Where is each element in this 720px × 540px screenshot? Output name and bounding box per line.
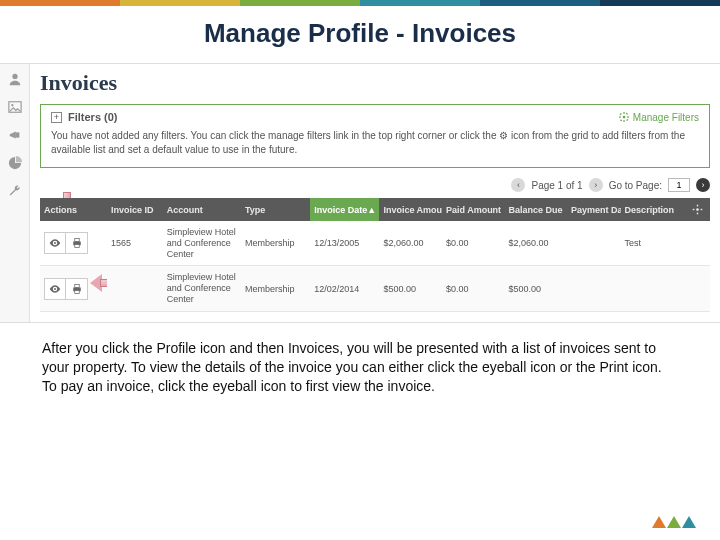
cell-type: Membership [241, 266, 310, 311]
svg-rect-14 [696, 205, 697, 207]
svg-rect-21 [74, 245, 79, 248]
cell-invoice-amount: $500.00 [379, 266, 442, 311]
goto-page-label: Go to Page: [609, 180, 662, 191]
next-page-button[interactable]: › [589, 178, 603, 192]
invoices-grid: Actions Invoice ID Account Type Invoice … [40, 198, 710, 312]
svg-rect-7 [619, 116, 621, 117]
cell-invoice-amount: $2,060.00 [379, 221, 442, 266]
image-icon[interactable] [8, 100, 22, 114]
cell-empty [688, 221, 710, 266]
svg-rect-15 [696, 213, 697, 215]
cell-account: Simpleview Hotel and Conference Center [163, 266, 241, 311]
svg-rect-12 [620, 119, 622, 121]
col-invoice-amount[interactable]: Invoice Amount [379, 198, 442, 221]
svg-rect-9 [619, 113, 621, 115]
page-title: Invoices [40, 70, 710, 96]
cell-empty [688, 266, 710, 311]
print-icon [71, 283, 83, 295]
col-account[interactable]: Account [163, 198, 241, 221]
brand-topbar [0, 0, 720, 6]
grid-header-row: Actions Invoice ID Account Type Invoice … [40, 198, 710, 221]
cell-balance-due: $500.00 [504, 266, 567, 311]
svg-rect-5 [623, 112, 624, 114]
main-panel: Invoices + Filters (0) Manage Filters Yo… [30, 64, 720, 322]
print-invoice-button[interactable] [66, 232, 88, 254]
cell-description [621, 266, 688, 311]
cell-invoice-id [107, 266, 163, 311]
gear-icon [692, 204, 703, 215]
svg-point-22 [54, 288, 56, 290]
svg-rect-3 [15, 132, 19, 137]
cell-invoice-date: 12/13/2005 [310, 221, 379, 266]
cell-invoice-date: 12/02/2014 [310, 266, 379, 311]
megaphone-icon[interactable] [8, 128, 22, 142]
svg-point-18 [54, 242, 56, 244]
wrench-icon[interactable] [8, 184, 22, 198]
col-payment-date[interactable]: Payment Date [567, 198, 621, 221]
cell-paid-amount: $0.00 [442, 266, 505, 311]
cell-payment-date [567, 221, 621, 266]
table-row: Simpleview Hotel and Conference CenterMe… [40, 266, 710, 311]
svg-rect-17 [700, 209, 702, 210]
eye-icon [49, 237, 61, 249]
col-balance-due[interactable]: Balance Due [504, 198, 567, 221]
col-paid-amount[interactable]: Paid Amount [442, 198, 505, 221]
svg-rect-8 [627, 116, 629, 117]
col-invoice-id[interactable]: Invoice ID [107, 198, 163, 221]
sort-asc-icon: ▲ [367, 205, 376, 215]
filters-empty-message: You have not added any filters. You can … [51, 129, 699, 157]
eye-icon [49, 283, 61, 295]
svg-rect-6 [623, 120, 624, 122]
page-info: Page 1 of 1 [531, 180, 582, 191]
view-invoice-button[interactable] [44, 232, 66, 254]
cell-balance-due: $2,060.00 [504, 221, 567, 266]
explanatory-paragraph: After you click the Profile icon and the… [0, 323, 720, 396]
svg-point-4 [622, 116, 625, 119]
table-row: 1565Simpleview Hotel and Conference Cent… [40, 221, 710, 266]
cell-invoice-id: 1565 [107, 221, 163, 266]
goto-page-button[interactable]: › [696, 178, 710, 192]
chart-pie-icon[interactable] [8, 156, 22, 170]
grid-settings-button[interactable] [688, 198, 710, 221]
expand-filters-icon[interactable]: + [51, 112, 62, 123]
cell-payment-date [567, 266, 621, 311]
manage-filters-link[interactable]: Manage Filters [619, 112, 699, 123]
goto-page-input[interactable] [668, 178, 690, 192]
svg-rect-20 [74, 239, 79, 242]
filters-panel: + Filters (0) Manage Filters You have no… [40, 104, 710, 168]
svg-point-13 [696, 208, 699, 211]
slide-title: Manage Profile - Invoices [0, 6, 720, 63]
view-invoice-button[interactable] [44, 278, 66, 300]
col-type[interactable]: Type [241, 198, 310, 221]
svg-rect-25 [74, 290, 79, 293]
svg-rect-24 [74, 284, 79, 287]
svg-point-0 [12, 74, 17, 79]
cell-type: Membership [241, 221, 310, 266]
gear-icon [619, 112, 629, 122]
svg-point-2 [11, 104, 13, 106]
svg-rect-11 [626, 113, 628, 115]
cell-description: Test [621, 221, 688, 266]
svg-rect-16 [692, 209, 694, 210]
col-invoice-date[interactable]: Invoice Date▲ [310, 198, 379, 221]
brand-logo [652, 516, 696, 528]
print-invoice-button[interactable] [66, 278, 88, 300]
col-description[interactable]: Description [621, 198, 688, 221]
cell-account: Simpleview Hotel and Conference Center [163, 221, 241, 266]
print-icon [71, 237, 83, 249]
manage-filters-label: Manage Filters [633, 112, 699, 123]
left-nav-sidebar [0, 64, 30, 322]
cell-paid-amount: $0.00 [442, 221, 505, 266]
col-actions[interactable]: Actions [40, 198, 107, 221]
user-icon[interactable] [8, 72, 22, 86]
prev-page-button[interactable]: ‹ [511, 178, 525, 192]
filters-label: Filters (0) [68, 111, 118, 123]
app-frame: Invoices + Filters (0) Manage Filters Yo… [0, 63, 720, 323]
svg-rect-10 [626, 119, 628, 121]
paginator: ‹ Page 1 of 1 › Go to Page: › [40, 178, 710, 192]
